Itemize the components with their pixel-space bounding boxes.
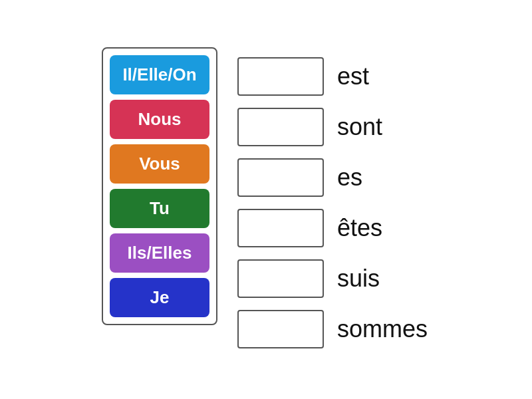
verb-panel: estsontesêtessuissommes <box>237 47 430 352</box>
verb-label-row-suis: suis <box>337 265 430 293</box>
row-sont: sont <box>237 104 430 150</box>
verb-label-row-est: est <box>337 63 430 90</box>
row-etes: êtes <box>237 205 430 251</box>
drop-box-row-sont[interactable] <box>237 108 324 146</box>
subject-btn-vous[interactable]: Vous <box>110 144 209 184</box>
row-suis: suis <box>237 256 430 301</box>
drop-box-row-etes[interactable] <box>237 209 324 247</box>
row-sommes: sommes <box>237 307 430 352</box>
verb-label-row-sont: sont <box>337 113 430 141</box>
drop-box-row-suis[interactable] <box>237 259 324 298</box>
verb-label-row-sommes: sommes <box>337 315 430 343</box>
drop-box-row-est[interactable] <box>237 57 324 96</box>
subject-btn-il-elle-on[interactable]: Il/Elle/On <box>110 55 209 94</box>
verb-label-row-es: es <box>337 164 430 192</box>
subject-btn-tu[interactable]: Tu <box>110 189 209 228</box>
row-est: est <box>237 54 430 99</box>
row-es: es <box>237 155 430 200</box>
subject-btn-nous[interactable]: Nous <box>110 100 209 139</box>
drop-box-row-sommes[interactable] <box>237 310 324 348</box>
subject-btn-ils-elles[interactable]: Ils/Elles <box>110 233 209 273</box>
drop-box-row-es[interactable] <box>237 158 324 197</box>
subject-btn-je[interactable]: Je <box>110 278 209 317</box>
subject-panel: Il/Elle/OnNousVousTuIls/EllesJe <box>102 47 217 325</box>
main-container: Il/Elle/OnNousVousTuIls/EllesJe estsonte… <box>88 34 444 365</box>
verb-label-row-etes: êtes <box>337 214 430 242</box>
